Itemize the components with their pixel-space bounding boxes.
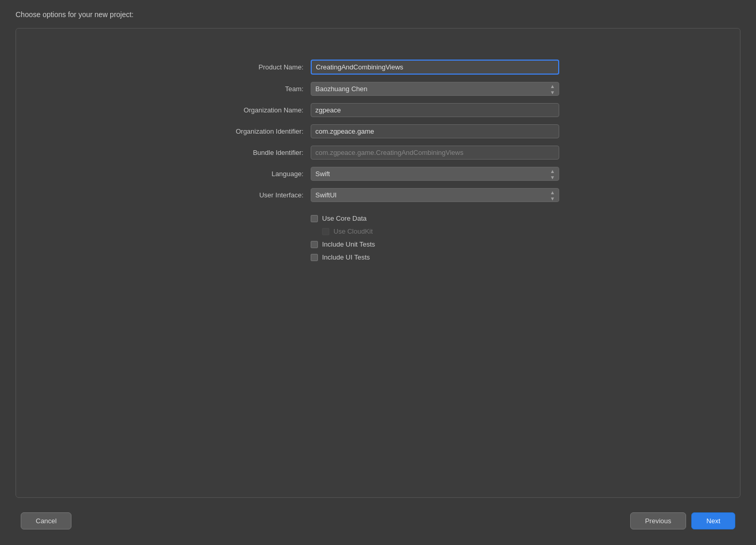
use-core-data-row: Use Core Data bbox=[311, 214, 559, 222]
user-interface-select[interactable]: SwiftUI Storyboard bbox=[311, 188, 559, 202]
include-ui-tests-checkbox[interactable] bbox=[311, 254, 318, 261]
user-interface-row: User Interface: SwiftUI Storyboard ▲ ▼ bbox=[197, 188, 559, 202]
bundle-id-row: Bundle Identifier: com.zgpeace.game.Crea… bbox=[197, 146, 559, 160]
bundle-id-control: com.zgpeace.game.CreatingAndCombiningVie… bbox=[311, 146, 559, 160]
org-name-row: Organization Name: bbox=[197, 103, 559, 117]
page-title: Choose options for your new project: bbox=[16, 10, 740, 19]
team-select[interactable]: Baozhuang Chen Personal Team None bbox=[311, 82, 559, 96]
language-select-wrapper: Swift Objective-C ▲ ▼ bbox=[311, 167, 559, 181]
org-name-label: Organization Name: bbox=[197, 106, 311, 114]
bundle-id-label: Bundle Identifier: bbox=[197, 149, 311, 156]
bundle-id-value: com.zgpeace.game.CreatingAndCombiningVie… bbox=[311, 146, 559, 160]
include-unit-tests-row: Include Unit Tests bbox=[311, 240, 559, 248]
use-core-data-label[interactable]: Use Core Data bbox=[322, 214, 367, 222]
use-cloudkit-row: Use CloudKit bbox=[322, 227, 559, 235]
team-select-wrapper: Baozhuang Chen Personal Team None ▲ ▼ bbox=[311, 82, 559, 96]
org-name-input[interactable] bbox=[311, 103, 559, 117]
product-name-input[interactable] bbox=[311, 60, 559, 75]
team-label: Team: bbox=[197, 85, 311, 93]
language-control: Swift Objective-C ▲ ▼ bbox=[311, 167, 559, 181]
user-interface-control: SwiftUI Storyboard ▲ ▼ bbox=[311, 188, 559, 202]
include-ui-tests-row: Include UI Tests bbox=[311, 253, 559, 261]
org-identifier-row: Organization Identifier: bbox=[197, 124, 559, 138]
include-ui-tests-label[interactable]: Include UI Tests bbox=[322, 253, 370, 261]
include-unit-tests-label[interactable]: Include Unit Tests bbox=[322, 240, 375, 248]
team-row: Team: Baozhuang Chen Personal Team None … bbox=[197, 82, 559, 96]
product-name-label: Product Name: bbox=[197, 63, 311, 71]
org-identifier-label: Organization Identifier: bbox=[197, 127, 311, 135]
language-row: Language: Swift Objective-C ▲ ▼ bbox=[197, 167, 559, 181]
main-panel: Product Name: Team: Baozhuang Chen Perso… bbox=[16, 28, 740, 498]
product-name-row: Product Name: bbox=[197, 60, 559, 75]
product-name-control bbox=[311, 60, 559, 75]
org-name-control bbox=[311, 103, 559, 117]
org-identifier-control bbox=[311, 124, 559, 138]
navigation-buttons: Previous Next bbox=[630, 512, 735, 529]
language-label: Language: bbox=[197, 170, 311, 178]
org-identifier-input[interactable] bbox=[311, 124, 559, 138]
language-select[interactable]: Swift Objective-C bbox=[311, 167, 559, 181]
user-interface-label: User Interface: bbox=[197, 191, 311, 199]
use-core-data-checkbox[interactable] bbox=[311, 215, 318, 222]
user-interface-select-wrapper: SwiftUI Storyboard ▲ ▼ bbox=[311, 188, 559, 202]
previous-button[interactable]: Previous bbox=[630, 512, 687, 529]
bottom-bar: Cancel Previous Next bbox=[16, 512, 740, 529]
use-cloudkit-label: Use CloudKit bbox=[333, 227, 373, 235]
next-button[interactable]: Next bbox=[691, 512, 735, 529]
checkboxes-section: Use Core Data Use CloudKit Include Unit … bbox=[197, 214, 559, 261]
include-unit-tests-checkbox[interactable] bbox=[311, 241, 318, 248]
team-control: Baozhuang Chen Personal Team None ▲ ▼ bbox=[311, 82, 559, 96]
form-area: Product Name: Team: Baozhuang Chen Perso… bbox=[16, 60, 740, 261]
cancel-button[interactable]: Cancel bbox=[21, 512, 71, 529]
use-cloudkit-checkbox[interactable] bbox=[322, 228, 329, 235]
